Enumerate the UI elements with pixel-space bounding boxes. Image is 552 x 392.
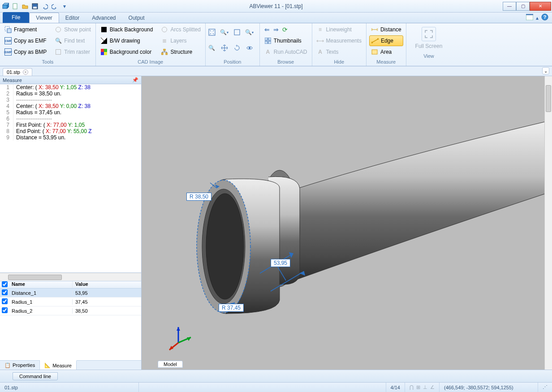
dim-label-d[interactable]: 53,95 xyxy=(271,259,290,267)
zoom-window-icon[interactable]: 🔍 xyxy=(208,44,216,52)
maximize-button[interactable]: ▢ xyxy=(516,2,530,11)
close-tab-icon[interactable]: × xyxy=(23,69,28,75)
collapse-ribbon-icon[interactable]: ▴ xyxy=(536,15,539,21)
polar-icon[interactable]: ∠ xyxy=(430,384,435,390)
save-icon[interactable] xyxy=(30,2,39,11)
window-layout-icon[interactable] xyxy=(526,14,533,22)
header-checkbox[interactable] xyxy=(2,281,8,287)
ribbon-group-browse: ⇐ ⇒ ⟳ Thumbnails ARun AutoCAD Browse xyxy=(260,23,312,66)
svg-text:?: ? xyxy=(543,14,547,20)
forward-icon[interactable]: ⇒ xyxy=(273,26,279,33)
svg-rect-18 xyxy=(161,53,163,55)
document-tabs: 01.stp × ⌄ xyxy=(0,66,552,76)
black-background-button[interactable]: Black Background xyxy=(99,24,155,35)
measure-icon: 📐 xyxy=(44,362,51,368)
ribbon-group-cadimage: Black Background B/W drawing Background … xyxy=(96,23,206,66)
zoom-in-icon[interactable]: 🔍▾ xyxy=(221,29,228,36)
row-checkbox[interactable] xyxy=(2,298,8,304)
log-line: 4Center: ( X: 38,50 Y: 0,00 Z: 38 xyxy=(0,103,141,109)
show-point-icon xyxy=(55,26,62,33)
ribbon: Fragment EMFCopy as EMF BMPCopy as BMP S… xyxy=(0,23,552,66)
minimize-button[interactable]: — xyxy=(503,2,516,11)
background-color-button[interactable]: Background color xyxy=(99,47,155,57)
status-resize-grip[interactable]: ⋰ xyxy=(538,383,552,392)
full-screen-button[interactable]: Full Screen xyxy=(409,24,449,52)
grid-icon[interactable]: ⊞ xyxy=(416,384,420,390)
find-text-button[interactable]: 🔍Find text xyxy=(53,35,92,46)
pin-icon[interactable]: 📌 xyxy=(132,77,138,83)
doc-tab[interactable]: 01.stp × xyxy=(3,68,32,76)
reload-icon[interactable]: ⟳ xyxy=(282,26,288,33)
svg-rect-27 xyxy=(268,41,271,44)
area-button[interactable]: Area xyxy=(369,47,403,57)
lineweight-button[interactable]: ≡Lineweight xyxy=(315,24,363,35)
tabs-expand-icon[interactable]: ⌄ xyxy=(542,67,549,74)
dim-label-r1[interactable]: R 38,50 xyxy=(186,193,211,201)
row-checkbox[interactable] xyxy=(2,307,8,313)
trim-raster-button[interactable]: Trim raster xyxy=(53,47,92,57)
tab-advanced[interactable]: Advanced xyxy=(86,13,122,23)
table-row[interactable]: Distance_153,95 xyxy=(0,289,141,297)
pan-icon[interactable] xyxy=(221,44,228,52)
model-tab[interactable]: Model xyxy=(158,361,183,368)
texts-button[interactable]: ATexts xyxy=(315,47,363,57)
edge-button[interactable]: Edge xyxy=(369,35,403,46)
log-line: 1Center: ( X: 38,50 Y: 1,05 Z: 38 xyxy=(0,84,141,90)
vscrollbar[interactable] xyxy=(544,76,552,370)
command-line-button[interactable]: Command line xyxy=(13,372,58,380)
titlebar: ▾ ABViewer 11 - [01.stp] — ▢ ✕ xyxy=(0,0,552,13)
status-snap-icons[interactable]: ⋂ ⊞ ⊥ ∠ xyxy=(405,383,440,392)
zoom-out-icon[interactable]: 🔍▾ xyxy=(246,29,253,36)
bw-drawing-button[interactable]: B/W drawing xyxy=(99,35,155,46)
autocad-icon: A xyxy=(264,48,272,56)
arcs-splitted-button[interactable]: Arcs Splitted xyxy=(159,24,202,35)
status-page: 4/14 xyxy=(386,383,405,392)
window-title: ABViewer 11 - [01.stp] xyxy=(249,3,302,9)
copy-as-bmp-button[interactable]: BMPCopy as BMP xyxy=(3,47,48,57)
measure-log[interactable]: 1Center: ( X: 38,50 Y: 1,05 Z: 382Radius… xyxy=(0,84,141,273)
rotate-icon[interactable] xyxy=(233,44,241,52)
run-autocad-button[interactable]: ARun AutoCAD xyxy=(263,47,309,57)
table-row[interactable]: Radius_238,50 xyxy=(0,306,141,315)
row-checkbox[interactable] xyxy=(2,289,8,295)
layers-icon: ≣ xyxy=(161,37,168,44)
measure-tab[interactable]: 📐Measure xyxy=(40,360,77,370)
fragment-button[interactable]: Fragment xyxy=(3,24,48,35)
zoom-extents-icon[interactable] xyxy=(233,29,241,36)
help-icon[interactable]: ? xyxy=(541,13,548,22)
distance-button[interactable]: Distance xyxy=(369,24,403,35)
new-icon[interactable] xyxy=(11,2,20,11)
full-screen-icon xyxy=(422,27,436,41)
ortho-icon[interactable]: ⊥ xyxy=(423,384,427,390)
orbit-icon[interactable] xyxy=(246,44,253,52)
measurements-button[interactable]: ⟷Measurements xyxy=(315,35,363,46)
layers-button[interactable]: ≣Layers xyxy=(159,35,202,46)
svg-rect-0 xyxy=(3,5,7,9)
log-line: 3-------------------- xyxy=(0,97,141,103)
tab-editor[interactable]: Editor xyxy=(59,13,86,23)
thumbnails-button[interactable]: Thumbnails xyxy=(263,35,309,46)
hscrollbar[interactable] xyxy=(0,273,141,281)
log-line: 9Distance = 53,95 un. xyxy=(0,134,141,141)
qat-dropdown-icon[interactable]: ▾ xyxy=(60,2,69,11)
undo-icon[interactable] xyxy=(40,2,49,11)
fit-icon[interactable] xyxy=(208,29,216,36)
dim-label-r2[interactable]: R 37,45 xyxy=(219,304,244,312)
tab-viewer[interactable]: Viewer xyxy=(29,13,59,23)
close-button[interactable]: ✕ xyxy=(530,2,551,11)
log-line: 6-------------------- xyxy=(0,116,141,122)
redo-icon[interactable] xyxy=(50,2,59,11)
viewport[interactable]: R 38,50 53,95 R 37,45 Model xyxy=(142,76,552,370)
copy-as-emf-button[interactable]: EMFCopy as EMF xyxy=(3,35,48,46)
status-coords: (466,549; -380,5572; 594,1255) xyxy=(440,383,538,392)
properties-tab[interactable]: 📋Properties xyxy=(0,361,40,370)
structure-button[interactable]: Structure xyxy=(159,47,202,57)
snap-icon[interactable]: ⋂ xyxy=(410,384,414,390)
show-point-button[interactable]: Show point xyxy=(53,24,92,35)
file-tab[interactable]: File xyxy=(3,12,29,23)
back-icon[interactable]: ⇐ xyxy=(264,26,270,33)
axis-triad xyxy=(165,325,192,352)
tab-output[interactable]: Output xyxy=(122,13,151,23)
open-icon[interactable] xyxy=(21,2,30,11)
table-row[interactable]: Radius_137,45 xyxy=(0,297,141,306)
